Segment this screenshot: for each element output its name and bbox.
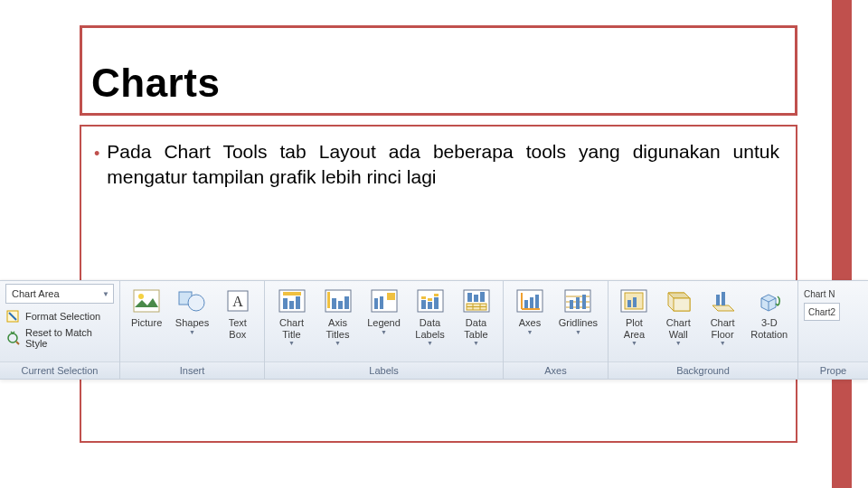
chart-wall-button[interactable]: Chart Wall ▼: [658, 284, 699, 346]
chevron-down-icon: ▼: [675, 340, 682, 346]
shapes-button[interactable]: Shapes ▼: [171, 284, 212, 335]
chart-name-label: Chart N: [804, 289, 835, 299]
data-table-icon: [462, 286, 491, 315]
legend-icon: [370, 286, 399, 315]
svg-rect-20: [380, 296, 383, 309]
axes-button[interactable]: Axes ▼: [509, 284, 551, 335]
svg-rect-12: [296, 296, 300, 309]
chart-name-input[interactable]: Chart2: [804, 303, 840, 321]
svg-rect-15: [332, 298, 336, 309]
svg-point-1: [8, 333, 17, 343]
group-label: Axes: [504, 361, 608, 379]
svg-rect-55: [716, 295, 720, 305]
picture-icon: [132, 286, 161, 315]
group-label: Insert: [120, 361, 264, 379]
group-label: Prope: [798, 361, 868, 379]
svg-rect-54: [674, 298, 690, 311]
picture-button[interactable]: Picture: [126, 284, 167, 329]
gridlines-icon: [563, 286, 592, 315]
chart-title-icon: [278, 286, 307, 315]
svg-rect-16: [338, 301, 343, 309]
group-current-selection: Chart Area ▼ Format Selection: [0, 281, 120, 379]
bullet-item: • Pada Chart Tools tab Layout ada bebera…: [94, 139, 779, 191]
3d-rotation-button[interactable]: 3-D Rotation: [747, 284, 792, 340]
svg-rect-52: [627, 300, 631, 307]
slide-title: Charts: [91, 61, 220, 106]
svg-rect-17: [344, 296, 349, 309]
data-labels-icon: [416, 286, 445, 315]
chevron-down-icon: ▼: [189, 329, 195, 335]
svg-rect-26: [421, 296, 426, 299]
svg-rect-11: [289, 301, 294, 309]
svg-text:A: A: [232, 294, 243, 309]
svg-rect-40: [524, 300, 528, 308]
chevron-down-icon: ▼: [526, 329, 533, 335]
ribbon-chart-tools-layout: Chart Area ▼ Format Selection: [0, 280, 868, 380]
gridlines-button[interactable]: Gridlines ▼: [554, 284, 602, 335]
svg-rect-19: [374, 298, 378, 309]
svg-rect-47: [570, 300, 573, 309]
title-box: Charts: [80, 25, 797, 116]
slide: Charts • Pada Chart Tools tab Layout ada…: [0, 0, 868, 488]
axis-titles-button[interactable]: Axis Titles ▼: [316, 284, 359, 346]
group-background: Plot Area ▼ Chart Wall ▼ Chart Floor ▼: [609, 281, 798, 379]
axes-icon: [515, 286, 544, 315]
svg-rect-21: [387, 293, 395, 300]
data-table-button[interactable]: Data Table ▼: [455, 284, 497, 346]
format-selection-button[interactable]: Format Selection: [5, 307, 114, 325]
svg-rect-56: [722, 292, 725, 305]
svg-rect-42: [535, 295, 539, 308]
group-insert: Picture Shapes ▼: [120, 281, 265, 379]
format-selection-icon: [5, 309, 20, 324]
accent-bar: [832, 0, 852, 488]
chart-title-button[interactable]: Chart Title ▼: [270, 284, 313, 346]
svg-rect-23: [421, 300, 426, 309]
reset-to-match-style-button[interactable]: Reset to Match Style: [5, 329, 114, 347]
chevron-down-icon: ▼: [335, 340, 341, 346]
svg-rect-24: [428, 302, 432, 309]
group-label: Labels: [265, 361, 503, 379]
svg-rect-48: [576, 297, 580, 309]
svg-rect-32: [480, 292, 485, 302]
group-labels: Chart Title ▼ Axis Titles ▼ Legend ▼: [265, 281, 504, 379]
shapes-icon: [177, 286, 206, 315]
chevron-down-icon: ▼: [473, 340, 479, 346]
svg-rect-14: [327, 292, 330, 308]
svg-rect-53: [633, 297, 637, 307]
bullet-dot-icon: •: [94, 143, 99, 164]
svg-rect-9: [283, 292, 301, 296]
svg-rect-10: [283, 298, 288, 309]
chart-element-combo[interactable]: Chart Area ▼: [5, 284, 114, 304]
svg-point-3: [138, 294, 144, 299]
chart-floor-icon: [708, 286, 737, 315]
legend-button[interactable]: Legend ▼: [363, 284, 405, 335]
text-box-button[interactable]: A Text Box: [217, 284, 259, 340]
bullet-text: Pada Chart Tools tab Layout ada beberapa…: [107, 139, 779, 191]
chevron-down-icon: ▼: [102, 290, 109, 298]
chevron-down-icon: ▼: [427, 340, 433, 346]
svg-rect-27: [428, 298, 432, 301]
group-axes: Axes ▼ Gridlines ▼ Axes: [504, 281, 609, 379]
data-labels-button[interactable]: Data Labels ▼: [409, 284, 451, 346]
plot-area-icon: [619, 286, 648, 315]
chevron-down-icon: ▼: [720, 340, 726, 346]
group-label: Current Selection: [0, 361, 119, 379]
chevron-down-icon: ▼: [288, 340, 295, 346]
svg-rect-31: [474, 295, 478, 302]
chart-floor-button[interactable]: Chart Floor ▼: [703, 284, 743, 346]
3d-rotation-icon: [755, 286, 784, 315]
plot-area-button[interactable]: Plot Area ▼: [614, 284, 655, 346]
chart-wall-icon: [664, 286, 693, 315]
svg-rect-25: [434, 297, 439, 309]
combo-value: Chart Area: [12, 288, 60, 299]
chevron-down-icon: ▼: [631, 340, 637, 346]
svg-rect-49: [582, 295, 586, 309]
chevron-down-icon: ▼: [575, 329, 581, 335]
reset-icon: [5, 331, 20, 345]
svg-rect-41: [530, 297, 533, 308]
svg-rect-2: [134, 290, 159, 312]
chevron-down-icon: ▼: [381, 329, 387, 335]
text-box-icon: A: [223, 286, 252, 315]
axis-titles-icon: [324, 286, 353, 315]
svg-rect-30: [467, 293, 472, 302]
